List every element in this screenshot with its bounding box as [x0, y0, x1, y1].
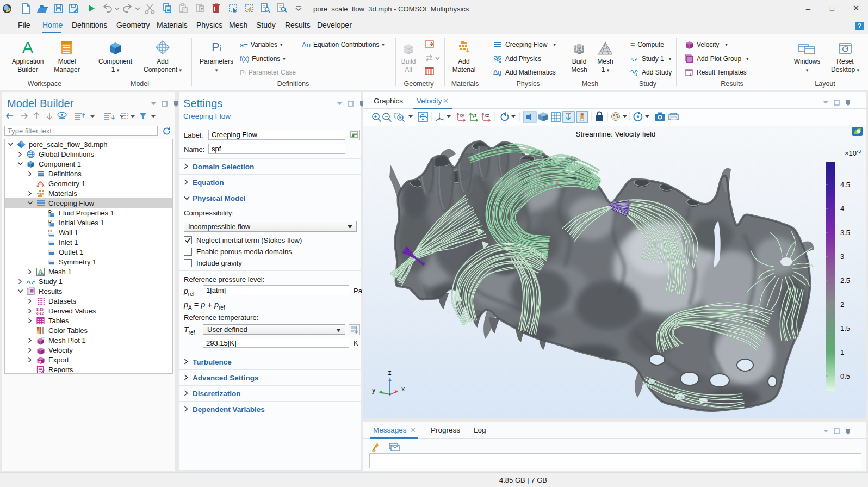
svg-text:1.5: 1.5 [840, 324, 850, 332]
svg-text:A: A [41, 272, 44, 275]
svg-text:2: 2 [840, 300, 844, 309]
svg-text:3: 3 [840, 252, 844, 261]
svg-text:z: z [388, 369, 392, 377]
svg-text:3.5: 3.5 [840, 229, 850, 237]
svg-text:xz: xz [485, 113, 489, 118]
svg-text:x: x [401, 385, 405, 393]
svg-text:yz: yz [472, 113, 477, 118]
svg-text:e-12: e-12 [36, 311, 44, 315]
svg-text:y: y [372, 386, 376, 394]
svg-text:8.85: 8.85 [36, 307, 44, 311]
svg-text:2.5: 2.5 [840, 276, 850, 285]
svg-text:xy: xy [460, 113, 464, 118]
svg-text:1: 1 [840, 348, 844, 356]
svg-text:0.5: 0.5 [840, 372, 850, 380]
svg-text:4.5: 4.5 [840, 181, 850, 189]
svg-text:Streamline: Velocity field: Streamline: Velocity field [575, 130, 655, 138]
svg-text:4: 4 [840, 205, 844, 213]
